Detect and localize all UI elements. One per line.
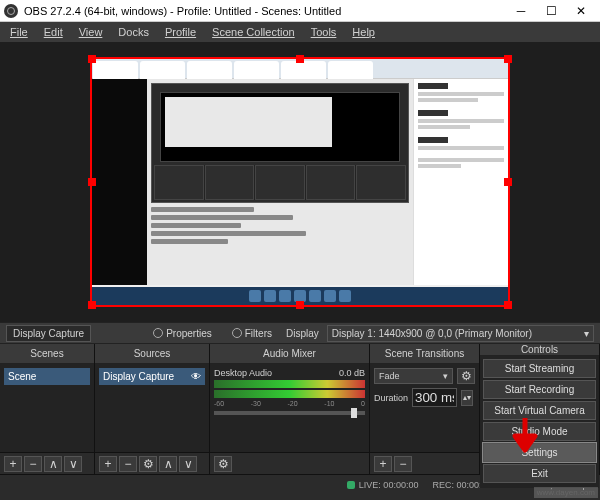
menu-file[interactable]: File xyxy=(2,24,36,40)
gear-icon xyxy=(153,328,163,338)
sources-title: Sources xyxy=(95,344,209,364)
menu-scene-collection[interactable]: Scene Collection xyxy=(204,24,303,40)
settings-button[interactable]: Settings xyxy=(483,443,596,462)
close-button[interactable]: ✕ xyxy=(566,0,596,22)
menu-profile[interactable]: Profile xyxy=(157,24,204,40)
window-title: OBS 27.2.4 (64-bit, windows) - Profile: … xyxy=(24,5,506,17)
menu-edit[interactable]: Edit xyxy=(36,24,71,40)
source-toolbar: Display Capture Properties Filters Displ… xyxy=(0,322,600,344)
minimize-button[interactable]: ─ xyxy=(506,0,536,22)
source-up-button[interactable]: ∧ xyxy=(159,456,177,472)
duration-input[interactable] xyxy=(412,388,457,407)
mixer-title: Audio Mixer xyxy=(210,344,369,364)
preview-area[interactable] xyxy=(0,42,600,322)
resize-handle[interactable] xyxy=(296,301,304,309)
transitions-panel: Scene Transitions Fade▾ ⚙ Duration ▴▾ + … xyxy=(370,344,480,474)
resize-handle[interactable] xyxy=(504,301,512,309)
chevron-down-icon: ▾ xyxy=(443,371,448,381)
controls-panel: Controls Start Streaming Start Recording… xyxy=(480,344,600,474)
preview-canvas[interactable] xyxy=(90,57,510,307)
live-status: LIVE: 00:00:00 xyxy=(359,480,419,490)
obs-logo-icon xyxy=(4,4,18,18)
menu-bar: File Edit View Docks Profile Scene Colle… xyxy=(0,22,600,42)
remove-transition-button[interactable]: − xyxy=(394,456,412,472)
duration-stepper[interactable]: ▴▾ xyxy=(461,390,473,406)
visibility-toggle-icon[interactable]: 👁 xyxy=(191,371,201,382)
display-label: Display xyxy=(286,328,319,339)
source-down-button[interactable]: ∨ xyxy=(179,456,197,472)
audio-meter xyxy=(214,380,365,388)
volume-slider[interactable] xyxy=(214,411,365,415)
remove-source-button[interactable]: − xyxy=(119,456,137,472)
maximize-button[interactable]: ☐ xyxy=(536,0,566,22)
mixer-track: Desktop Audio0.0 dB -60-30-20-100 xyxy=(214,368,365,415)
audio-meter xyxy=(214,390,365,398)
audio-mixer-panel: Audio Mixer Desktop Audio0.0 dB -60-30-2… xyxy=(210,344,370,474)
start-recording-button[interactable]: Start Recording xyxy=(483,380,596,399)
scenes-panel: Scenes Scene + − ∧ ∨ xyxy=(0,344,95,474)
menu-docks[interactable]: Docks xyxy=(110,24,157,40)
scene-up-button[interactable]: ∧ xyxy=(44,456,62,472)
resize-handle[interactable] xyxy=(88,55,96,63)
add-source-button[interactable]: + xyxy=(99,456,117,472)
display-select[interactable]: Display 1: 1440x900 @ 0,0 (Primary Monit… xyxy=(327,325,594,342)
remove-scene-button[interactable]: − xyxy=(24,456,42,472)
menu-help[interactable]: Help xyxy=(344,24,383,40)
chevron-down-icon: ▾ xyxy=(584,328,589,339)
resize-handle[interactable] xyxy=(504,178,512,186)
controls-title: Controls xyxy=(480,344,599,356)
watermark: www.dayen.com xyxy=(534,487,598,498)
slider-thumb[interactable] xyxy=(351,408,357,418)
source-settings-button[interactable]: ⚙ xyxy=(139,456,157,472)
scene-down-button[interactable]: ∨ xyxy=(64,456,82,472)
track-db: 0.0 dB xyxy=(339,368,365,378)
scenes-title: Scenes xyxy=(0,344,94,364)
resize-handle[interactable] xyxy=(504,55,512,63)
add-transition-button[interactable]: + xyxy=(374,456,392,472)
transition-select[interactable]: Fade▾ xyxy=(374,368,453,384)
source-item[interactable]: Display Capture 👁 xyxy=(99,368,205,385)
studio-mode-button[interactable]: Studio Mode xyxy=(483,422,596,441)
selection-outline[interactable] xyxy=(90,57,510,307)
menu-tools[interactable]: Tools xyxy=(303,24,345,40)
sources-panel: Sources Display Capture 👁 + − ⚙ ∧ ∨ xyxy=(95,344,210,474)
mixer-settings-button[interactable]: ⚙ xyxy=(214,456,232,472)
scene-item[interactable]: Scene xyxy=(4,368,90,385)
exit-button[interactable]: Exit xyxy=(483,464,596,483)
duration-label: Duration xyxy=(374,393,408,403)
properties-button[interactable]: Properties xyxy=(147,326,218,341)
filters-button[interactable]: Filters xyxy=(226,326,278,341)
transitions-title: Scene Transitions xyxy=(370,344,479,364)
resize-handle[interactable] xyxy=(296,55,304,63)
track-name: Desktop Audio xyxy=(214,368,272,378)
transition-settings-button[interactable]: ⚙ xyxy=(457,368,475,384)
start-streaming-button[interactable]: Start Streaming xyxy=(483,359,596,378)
resize-handle[interactable] xyxy=(88,301,96,309)
add-scene-button[interactable]: + xyxy=(4,456,22,472)
resize-handle[interactable] xyxy=(88,178,96,186)
selected-source-label: Display Capture xyxy=(6,325,91,342)
status-dot-icon xyxy=(347,481,355,489)
start-virtual-camera-button[interactable]: Start Virtual Camera xyxy=(483,401,596,420)
filters-icon xyxy=(232,328,242,338)
menu-view[interactable]: View xyxy=(71,24,111,40)
